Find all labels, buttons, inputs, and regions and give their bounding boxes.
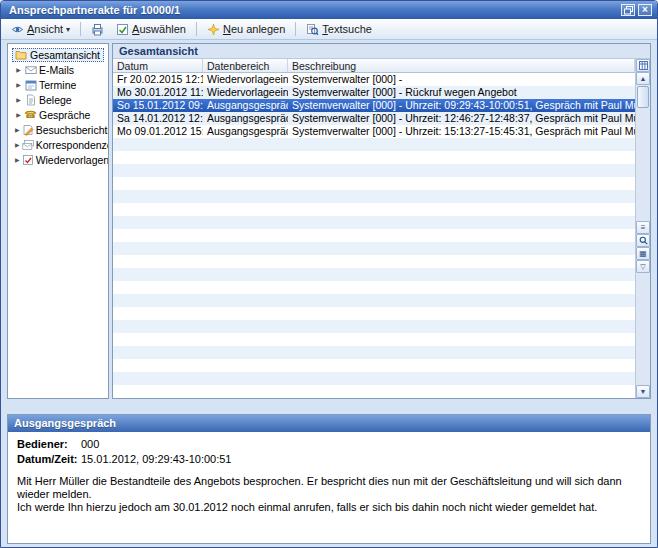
expand-arrow-icon[interactable]: ▶ — [15, 126, 20, 133]
print-button[interactable] — [86, 21, 109, 38]
table-body: Fr 20.02.2015 12:18 Wiedervorlageeintrag… — [113, 73, 635, 398]
email-icon — [24, 64, 37, 76]
scroll-up-button[interactable]: ▲ — [636, 72, 650, 85]
main-panel: Gesamtansicht Datum Datenbereich Beschre… — [112, 43, 651, 399]
scrollbar-thumb[interactable] — [637, 86, 649, 108]
sidebar-item-wiedervorlagen[interactable]: ▶ Wiedervorlagen — [8, 152, 108, 167]
chevron-down-icon: ▾ — [66, 25, 70, 34]
toolbar-separator — [80, 22, 81, 36]
sidebar-item-label: Gesamtansicht — [30, 49, 100, 61]
print-icon — [91, 23, 104, 36]
sidebar-item-label: Besuchsberichte — [36, 124, 109, 136]
column-header-datenbereich[interactable]: Datenbereich — [203, 59, 288, 72]
sidebar-item-termine[interactable]: ▶ Termine — [8, 77, 108, 92]
view-icon — [11, 23, 24, 36]
table-row-selected[interactable]: So 15.01.2012 09:29 Ausgangsgespräch Sys… — [113, 99, 635, 112]
window: Ansprechpartnerakte für 10000/1 × Ansich… — [0, 0, 658, 548]
expand-arrow-icon[interactable]: ▶ — [15, 81, 22, 88]
cell-beschreibung: Systemverwalter [000] - Uhrzeit: 15:13:2… — [288, 125, 635, 138]
scrollbar-track[interactable] — [636, 109, 650, 221]
table-row[interactable]: Mo 09.01.2012 15:13 Ausgangsgespräch Sys… — [113, 125, 635, 138]
cell-beschreibung: Systemverwalter [000] - Uhrzeit: 09:29:4… — [288, 99, 635, 112]
close-button[interactable]: × — [638, 4, 652, 16]
detail-text-line: Mit Herr Müller die Bestandteile des Ang… — [17, 475, 641, 501]
text-search-icon — [306, 23, 319, 36]
expand-arrow-icon[interactable]: ▶ — [15, 111, 22, 118]
ansicht-menu-button[interactable]: Ansicht ▾ — [6, 21, 75, 38]
column-header-datum[interactable]: Datum — [113, 59, 203, 72]
sidebar-item-emails[interactable]: ▶ E-Mails — [8, 62, 108, 77]
list-button[interactable]: ≡ — [636, 221, 650, 234]
phone-icon: ☎ — [24, 110, 37, 120]
cell-datenbereich: Wiedervorlageeintrag — [203, 73, 288, 86]
grid-icon — [639, 61, 648, 70]
grid-view-button[interactable]: ▦ — [636, 247, 650, 260]
scroll-down-button[interactable]: ▼ — [636, 385, 650, 398]
restore-button[interactable] — [621, 4, 635, 16]
textsuche-label: Textsuche — [322, 23, 372, 35]
search-icon — [639, 236, 648, 245]
neu-anlegen-button[interactable]: Neu anlegen — [202, 21, 290, 38]
folder-icon — [14, 49, 27, 61]
sidebar-item-belege[interactable]: ▶ Belege — [8, 92, 108, 107]
splitter[interactable] — [4, 402, 654, 414]
table-header-row: Datum Datenbereich Beschreibung — [113, 59, 635, 73]
expand-arrow-icon[interactable]: ▶ — [15, 141, 20, 148]
cell-datenbereich: Ausgangsgespräch — [203, 112, 288, 125]
cell-datum: Mo 09.01.2012 15:13 — [113, 125, 203, 138]
field-datum-zeit: Datum/Zeit: 15.01.2012, 09:29:43-10:00:5… — [17, 453, 641, 465]
sidebar-item-korrespondenzen[interactable]: ▶ Korrespondenzen — [8, 137, 108, 152]
detail-text-line: Ich werde Ihn hierzu jedoch am 30.01.201… — [17, 501, 641, 514]
cell-datenbereich: Ausgangsgespräch — [203, 99, 288, 112]
field-bediener: Bediener: 000 — [17, 438, 641, 450]
cell-datum: Mo 30.01.2012 11:30 — [113, 86, 203, 99]
field-label: Bediener: — [17, 438, 81, 450]
field-value: 15.01.2012, 09:29:43-10:00:51 — [81, 453, 231, 465]
cell-datum: So 15.01.2012 09:29 — [113, 99, 203, 112]
field-label: Datum/Zeit: — [17, 453, 81, 465]
check-icon — [116, 23, 129, 36]
expand-arrow-icon[interactable]: ▶ — [15, 156, 20, 163]
toolbar-separator — [196, 22, 197, 36]
auswaehlen-button[interactable]: Auswählen — [111, 21, 191, 38]
sidebar-item-gespraeche[interactable]: ▶ ☎ Gespräche — [8, 107, 108, 122]
sidebar-item-label: Wiedervorlagen — [36, 154, 109, 166]
restore-icon — [624, 6, 633, 15]
sidebar-item-label: Gespräche — [39, 109, 90, 121]
toolbar-separator — [295, 22, 296, 36]
detail-body: Bediener: 000 Datum/Zeit: 15.01.2012, 09… — [8, 432, 650, 543]
column-chooser-button[interactable] — [636, 59, 650, 72]
cell-beschreibung: Systemverwalter [000] - Uhrzeit: 12:46:2… — [288, 112, 635, 125]
filter-button[interactable]: ▽ — [636, 260, 650, 273]
records-table: Datum Datenbereich Beschreibung Fr 20.02… — [113, 59, 635, 398]
table-row[interactable]: Sa 14.01.2012 12:46 Ausgangsgespräch Sys… — [113, 112, 635, 125]
column-header-beschreibung[interactable]: Beschreibung — [288, 59, 635, 72]
textsuche-button[interactable]: Textsuche — [301, 21, 377, 38]
scrollbar-track[interactable] — [636, 273, 650, 385]
close-icon: × — [642, 5, 648, 15]
view-title: Gesamtansicht — [113, 44, 650, 59]
document-icon — [24, 94, 37, 106]
detail-text: Mit Herr Müller die Bestandteile des Ang… — [17, 475, 641, 514]
detail-title: Ausgangsgespräch — [8, 415, 650, 432]
table-wrap: Datum Datenbereich Beschreibung Fr 20.02… — [113, 59, 650, 398]
sidebar-item-gesamtansicht[interactable]: Gesamtansicht — [8, 47, 108, 62]
table-row[interactable]: Mo 30.01.2012 11:30 Wiedervorlageeintrag… — [113, 86, 635, 99]
window-title: Ansprechpartnerakte für 10000/1 — [9, 4, 618, 16]
titlebar[interactable]: Ansprechpartnerakte für 10000/1 × — [1, 1, 657, 19]
sidebar-item-label: Termine — [39, 79, 76, 91]
sidebar-item-label: Korrespondenzen — [36, 139, 109, 151]
expand-arrow-icon[interactable]: ▶ — [15, 66, 22, 73]
cell-datenbereich: Wiedervorlageeintrag — [203, 86, 288, 99]
cell-beschreibung: Systemverwalter [000] - — [288, 73, 635, 86]
sidebar-item-label: E-Mails — [39, 64, 74, 76]
search-button[interactable] — [636, 234, 650, 247]
cell-datenbereich: Ausgangsgespräch — [203, 125, 288, 138]
expand-arrow-icon[interactable]: ▶ — [15, 96, 22, 103]
auswaehlen-label: Auswählen — [132, 23, 186, 35]
task-icon — [22, 154, 34, 166]
sidebar-item-besuchsberichte[interactable]: ▶ Besuchsberichte — [8, 122, 108, 137]
table-row[interactable]: Fr 20.02.2015 12:18 Wiedervorlageeintrag… — [113, 73, 635, 86]
report-icon — [22, 124, 34, 136]
window-controls: × — [618, 4, 652, 16]
